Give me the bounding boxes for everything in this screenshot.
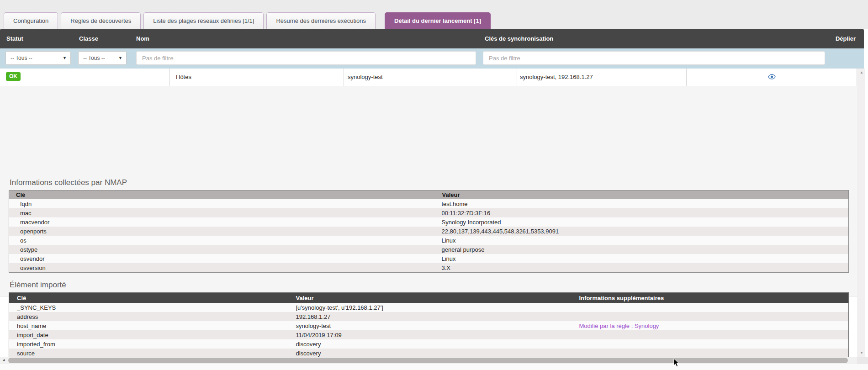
scroll-up-arrow-icon[interactable]: ▲ xyxy=(858,70,865,74)
table-row: mac 00:11:32:7D:3F:16 xyxy=(9,208,849,217)
vertical-scrollbar[interactable]: ▲ ▼ xyxy=(857,69,865,357)
table-row: import_date 11/04/2019 17:09 xyxy=(9,330,849,339)
statut-filter-select[interactable]: -- Tous -- ▼ xyxy=(5,51,71,65)
tab-regles-decouvertes[interactable]: Règles de découvertes xyxy=(61,12,141,29)
nmap-key: openports xyxy=(9,227,435,236)
eye-icon xyxy=(768,74,776,79)
imported-header-valeur: Valeur xyxy=(291,293,569,303)
nmap-key: macvendor xyxy=(9,217,435,227)
nmap-key: ostype xyxy=(9,245,435,254)
nmap-header-valeur: Valeur xyxy=(435,190,849,200)
imported-header-infos: Informations supplémentaires xyxy=(569,293,849,303)
table-row: ostype general purpose xyxy=(9,245,849,254)
view-details-button[interactable] xyxy=(687,69,857,86)
nmap-key: fqdn xyxy=(9,199,435,208)
status-badge: OK xyxy=(6,72,21,81)
imported-section-title: Élément importé xyxy=(10,280,66,290)
imported-key: host_name xyxy=(9,321,291,330)
table-row: source discovery xyxy=(9,349,849,358)
table-row: fqdn test.home xyxy=(9,199,849,208)
nmap-value: general purpose xyxy=(435,245,849,254)
nmap-value: Synology Incorporated xyxy=(435,217,849,227)
tab-configuration[interactable]: Configuration xyxy=(4,12,58,29)
column-header-deplier[interactable]: Déplier xyxy=(836,29,856,48)
imported-key: imported_from xyxy=(9,339,291,349)
result-row[interactable]: OK Hôtes synology-test synology-test, 19… xyxy=(0,69,857,86)
tab-liste-plages-reseaux[interactable]: Liste des plages réseaux définies [1/1] xyxy=(143,12,264,29)
right-gutter xyxy=(864,29,868,69)
nmap-key: osvendor xyxy=(9,254,435,263)
table-header-row: Clé Valeur Informations supplémentaires xyxy=(9,293,849,303)
bottom-strip xyxy=(0,364,868,370)
table-row: openports 22,80,137,139,443,445,548,3261… xyxy=(9,227,849,236)
statut-filter-value: -- Tous -- xyxy=(11,55,32,61)
scroll-down-arrow-icon[interactable]: ▼ xyxy=(858,351,865,355)
scroll-left-arrow-icon[interactable]: ◄ xyxy=(2,357,5,364)
mouse-cursor xyxy=(673,358,680,369)
imported-rule-note: Modifié par la règle : Synology xyxy=(569,321,849,330)
table-row: _SYNC_KEYS [u'synology-test', u'192.168.… xyxy=(9,303,849,312)
imported-info xyxy=(569,330,849,339)
table-row: imported_from discovery xyxy=(9,339,849,349)
imported-info xyxy=(569,339,849,349)
nmap-value: Linux xyxy=(435,254,849,263)
result-cell-classe: Hôtes xyxy=(170,69,344,86)
imported-key: address xyxy=(9,312,291,321)
filter-row: -- Tous -- ▼ -- Tous -- ▼ xyxy=(0,48,864,69)
table-row: osversion 3.X xyxy=(9,263,849,273)
tab-bar: Configuration Règles de découvertes List… xyxy=(0,0,868,29)
nmap-key: osversion xyxy=(9,263,435,273)
nmap-value: 3.X xyxy=(435,263,849,273)
cles-filter-input[interactable] xyxy=(483,51,825,65)
nmap-key: mac xyxy=(9,208,435,217)
results-grid-header: Statut Classe Nom Clés de synchronisatio… xyxy=(0,29,864,48)
classe-filter-select[interactable]: -- Tous -- ▼ xyxy=(78,51,127,65)
column-header-classe: Classe xyxy=(79,29,98,48)
imported-info xyxy=(569,303,849,312)
imported-value: 192.168.1.27 xyxy=(291,312,569,321)
table-row: address 192.168.1.27 xyxy=(9,312,849,321)
nmap-value: Linux xyxy=(435,236,849,245)
scrollbar-corner xyxy=(857,357,868,364)
column-header-cles-synchronisation: Clés de synchronisation xyxy=(485,29,553,48)
imported-value: synology-test xyxy=(291,321,569,330)
imported-table: Clé Valeur Informations supplémentaires … xyxy=(9,292,849,367)
tab-resume-executions[interactable]: Résumé des dernières exécutions xyxy=(266,12,376,29)
imported-key: _SYNC_KEYS xyxy=(9,303,291,312)
imported-key: source xyxy=(9,349,291,358)
column-header-nom: Nom xyxy=(136,29,149,48)
chevron-down-icon: ▼ xyxy=(118,52,122,64)
imported-key: import_date xyxy=(9,330,291,339)
horizontal-scrollbar[interactable]: ◄ ► xyxy=(0,357,857,364)
chevron-down-icon: ▼ xyxy=(63,52,67,64)
imported-value: discovery xyxy=(291,339,569,349)
nmap-section-title: Informations collectées par NMAP xyxy=(10,178,127,187)
imported-value: 11/04/2019 17:09 xyxy=(291,330,569,339)
horizontal-scrollbar-thumb[interactable] xyxy=(8,358,848,363)
imported-info xyxy=(569,349,849,358)
nmap-header-cle: Clé xyxy=(9,190,435,200)
imported-header-cle: Clé xyxy=(9,293,291,303)
nmap-table: Clé Valeur fqdn test.home mac 00:11:32:7… xyxy=(9,190,849,273)
tab-detail-dernier-lancement[interactable]: Détail du dernier lancement [1] xyxy=(385,12,491,29)
table-header-row: Clé Valeur xyxy=(9,190,849,200)
classe-filter-value: -- Tous -- xyxy=(83,55,105,61)
result-cell-nom: synology-test xyxy=(344,69,517,86)
table-row: os Linux xyxy=(9,236,849,245)
table-row: osvendor Linux xyxy=(9,254,849,263)
tabs-container: Configuration Règles de découvertes List… xyxy=(4,12,491,29)
imported-value: discovery xyxy=(291,349,569,358)
nmap-value: test.home xyxy=(435,199,849,208)
imported-value: [u'synology-test', u'192.168.1.27'] xyxy=(291,303,569,312)
table-row: macvendor Synology Incorporated xyxy=(9,217,849,227)
nom-filter-input[interactable] xyxy=(136,51,476,65)
nmap-value: 22,80,137,139,443,445,548,3261,5353,9091 xyxy=(435,227,849,236)
table-row: host_name synology-test Modifié par la r… xyxy=(9,321,849,330)
nmap-value: 00:11:32:7D:3F:16 xyxy=(435,208,849,217)
imported-info xyxy=(569,312,849,321)
nmap-key: os xyxy=(9,236,435,245)
column-header-statut: Statut xyxy=(6,29,23,48)
result-cell-cles: synology-test, 192.168.1.27 xyxy=(517,69,687,86)
result-cell-statut: OK xyxy=(0,69,170,86)
detail-panel: Informations collectées par NMAP Clé Val… xyxy=(0,86,857,296)
